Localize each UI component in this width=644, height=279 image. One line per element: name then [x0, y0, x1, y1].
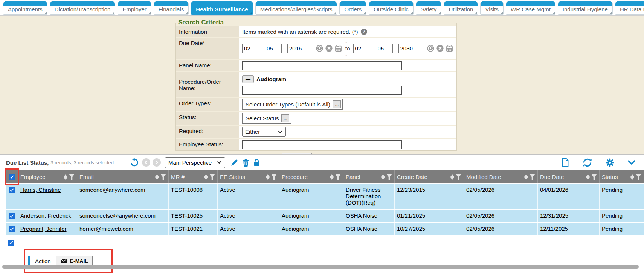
due-date-to-year[interactable]	[398, 44, 425, 53]
due-date-from-month[interactable]	[242, 44, 259, 53]
tab-menu-corner-icon	[363, 12, 366, 14]
tab-hr-data-feed[interactable]: HR Data Feed	[615, 1, 644, 15]
horizontal-scrollbar[interactable]	[2, 265, 639, 269]
tab-outside-clinic[interactable]: Outside Clinic	[369, 1, 414, 15]
panel-name-input[interactable]	[242, 61, 402, 70]
help-icon[interactable]: ?	[361, 29, 367, 35]
sort-icon[interactable]	[155, 174, 159, 180]
select-all-checkbox[interactable]	[9, 174, 15, 180]
row-checkbox[interactable]	[9, 187, 15, 193]
cell-modified-date: 02/05/2026	[464, 223, 538, 235]
sort-icon[interactable]	[381, 174, 385, 180]
edit-pencil-icon[interactable]	[230, 159, 238, 167]
employee-link[interactable]: Anderson, Frederick	[20, 212, 71, 219]
calendar-icon[interactable]	[446, 45, 453, 52]
clear-date-icon[interactable]	[436, 45, 444, 52]
tab-menu-corner-icon	[186, 12, 188, 14]
gear-icon[interactable]	[606, 158, 614, 167]
column-header-mr[interactable]: MR #	[169, 170, 218, 183]
sort-icon[interactable]	[524, 174, 528, 180]
tab-financials[interactable]: Financials	[154, 1, 189, 15]
tab-safety[interactable]: Safety	[416, 1, 442, 15]
due-date-from-day[interactable]	[265, 44, 282, 53]
tab-utilization[interactable]: Utilization	[444, 1, 478, 15]
procedure-name-input[interactable]	[242, 86, 402, 95]
sort-icon[interactable]	[64, 174, 67, 180]
due-date-from-year[interactable]	[287, 44, 314, 53]
next-page-icon[interactable]	[153, 158, 161, 167]
due-date-to-month[interactable]	[353, 44, 370, 53]
order-types-picker[interactable]: Select Order Types (Default is All) ...	[242, 99, 343, 110]
employee-link[interactable]: Harris, Christine	[20, 187, 61, 193]
employee-status-input[interactable]	[242, 140, 402, 149]
employee-link[interactable]: Pregnant, Jennifer	[20, 226, 67, 232]
sort-icon[interactable]	[450, 174, 454, 180]
sort-icon[interactable]	[266, 174, 270, 180]
status-picker[interactable]: Select Status ...	[242, 113, 291, 124]
column-header-email[interactable]: Email	[77, 170, 169, 183]
employee-status-label: Employee Status:	[176, 139, 239, 150]
filter-icon[interactable]	[636, 174, 641, 180]
column-header-employee[interactable]: Employee	[18, 170, 77, 183]
column-header-panel[interactable]: Panel	[343, 170, 395, 183]
delete-trash-icon[interactable]	[242, 159, 249, 167]
filter-icon[interactable]	[271, 174, 277, 180]
tab-label: Safety	[416, 6, 441, 14]
filter-icon[interactable]	[456, 174, 461, 180]
row-select-cell	[6, 210, 18, 222]
tab-medications-allergies-scripts[interactable]: Medications/Allergies/Scripts	[255, 1, 337, 15]
filter-icon[interactable]	[591, 174, 597, 180]
cell-status: Pending	[600, 223, 644, 235]
tab-label: HR Data Feed	[615, 6, 644, 14]
column-header-status[interactable]: Status	[600, 170, 644, 183]
sort-icon[interactable]	[630, 174, 634, 180]
calendar-icon[interactable]	[335, 45, 342, 52]
tab-label: Financials	[154, 6, 189, 14]
column-header-modified-date[interactable]: Modified Date	[464, 170, 538, 183]
column-header-due-date[interactable]: Due Date	[538, 170, 600, 183]
filter-icon[interactable]	[335, 174, 341, 180]
tab-health-surveillance[interactable]: Health Surveillance	[191, 1, 253, 15]
new-document-icon[interactable]	[562, 158, 569, 167]
clock-icon[interactable]	[427, 45, 434, 52]
column-header-procedure[interactable]: Procedure	[279, 170, 343, 183]
sort-icon[interactable]	[586, 174, 590, 180]
order-types-value: Select Order Types (Default is All)	[246, 101, 330, 108]
information-text: Items marked with an asterisk are requir…	[242, 29, 358, 35]
collapse-chevron-icon[interactable]	[628, 160, 635, 165]
tab-industrial-hygiene[interactable]: Industrial Hygiene	[558, 1, 613, 15]
tab-employer[interactable]: Employer	[118, 1, 151, 15]
undo-icon[interactable]	[130, 158, 139, 167]
row-checkbox[interactable]	[9, 213, 15, 219]
tab-appointments[interactable]: Appointments	[3, 1, 47, 15]
column-header-create-date[interactable]: Create Date	[395, 170, 464, 183]
due-date-row: Due Date* - - - to - - -	[176, 37, 456, 59]
required-select[interactable]: Either	[242, 127, 286, 137]
cell-employee: Pregnant, Jennifer	[18, 223, 77, 235]
tab-wr-case-mgmt[interactable]: WR Case Mgmt	[506, 1, 555, 15]
due-date-to-day[interactable]	[376, 44, 393, 53]
status-browse-button[interactable]: ...	[281, 114, 289, 122]
remove-procedure-button[interactable]: —	[242, 75, 254, 83]
filter-icon[interactable]	[386, 174, 392, 180]
perspective-select[interactable]: Main Perspective	[165, 157, 225, 168]
row-checkbox[interactable]	[9, 226, 15, 232]
tab-visits[interactable]: Visits	[480, 1, 504, 15]
lock-icon[interactable]	[253, 159, 260, 167]
order-types-browse-button[interactable]: ...	[333, 100, 341, 108]
column-header-ee-status[interactable]: EE Status	[218, 170, 279, 183]
sort-icon[interactable]	[204, 174, 208, 180]
procedure-inline-input[interactable]	[289, 74, 342, 84]
filter-icon[interactable]	[530, 174, 535, 180]
filter-icon[interactable]	[209, 174, 215, 180]
clear-date-icon[interactable]	[325, 45, 333, 52]
sort-icon[interactable]	[330, 174, 334, 180]
refresh-icon[interactable]	[583, 158, 592, 167]
clock-icon[interactable]	[316, 45, 323, 52]
tab-orders[interactable]: Orders	[339, 1, 366, 15]
filter-icon[interactable]	[69, 174, 75, 180]
previous-page-icon[interactable]	[142, 158, 150, 167]
footer-select-all-checkbox[interactable]	[8, 240, 14, 246]
filter-icon[interactable]	[160, 174, 166, 180]
tab-dictation-transcription[interactable]: Dictation/Transcription	[50, 1, 116, 15]
